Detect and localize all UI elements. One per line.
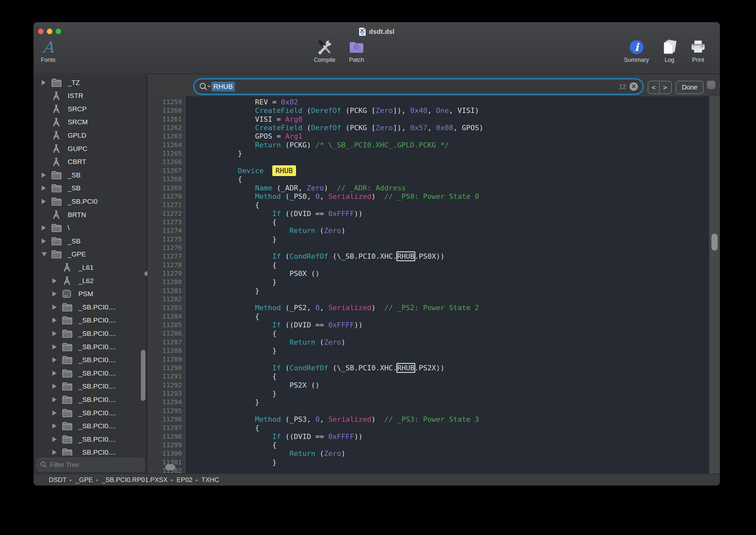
find-previous-button[interactable]: < bbox=[648, 82, 660, 93]
breadcrumb-item[interactable]: _SB.PCI0.RP01.PXSX bbox=[102, 476, 168, 484]
disclosure-down-icon[interactable] bbox=[41, 252, 47, 256]
line-number: 11288 bbox=[148, 346, 182, 355]
tree-item-_sbpci0[interactable]: _SB.PCI0.... bbox=[34, 340, 148, 353]
clear-search-icon[interactable]: ✕ bbox=[630, 82, 638, 91]
tree-item-gupc[interactable]: GUPC bbox=[34, 142, 148, 155]
tree-item-_sbpci0[interactable]: _SB.PCI0.... bbox=[34, 353, 148, 367]
tree-item-_sbpci0[interactable]: _SB.PCI0.... bbox=[34, 327, 148, 340]
tree-item-_l62[interactable]: _L62 bbox=[34, 274, 148, 287]
line-number: 11290 bbox=[148, 363, 182, 372]
tree-item-_sbpci0[interactable]: _SB.PCI0 bbox=[34, 195, 148, 208]
disclosure-right-icon[interactable] bbox=[52, 305, 57, 310]
disclosure-right-icon[interactable] bbox=[52, 410, 57, 415]
tree-item-_sbpci0[interactable]: _SB.PCI0.... bbox=[34, 366, 148, 380]
code-line: 11296 Method (_PS3, 0, Serialized) // _P… bbox=[148, 415, 709, 424]
code-text: Method (_PS0, 0, Serialized) // _PS0: Po… bbox=[186, 192, 479, 201]
tree-item-_sbpci0[interactable]: _SB.PCI0.... bbox=[34, 393, 148, 406]
search-input[interactable]: RHUB 12 ✕ bbox=[195, 79, 642, 94]
code-line: 11283 Method (_PS2, 0, Serialized) // _P… bbox=[148, 303, 709, 312]
search-icon[interactable] bbox=[199, 82, 211, 91]
disclosure-right-icon[interactable] bbox=[52, 318, 57, 323]
tree-item-label: _SB.PCI0.... bbox=[78, 343, 116, 351]
tree-item-_gpe[interactable]: _GPE bbox=[34, 248, 148, 261]
tree-item-_sb[interactable]: _SB bbox=[34, 234, 148, 248]
tree-item-_sbpci0[interactable]: _SB.PCI0.... bbox=[34, 300, 148, 314]
tree-item-label: _SB.PCI0.... bbox=[78, 409, 116, 417]
line-number: 11300 bbox=[148, 449, 182, 458]
breadcrumb-item[interactable]: DSDT bbox=[49, 476, 67, 484]
line-number: 11281 bbox=[148, 286, 182, 295]
find-next-button[interactable]: > bbox=[660, 82, 670, 93]
fonts-button[interactable]: AFonts bbox=[40, 39, 56, 64]
folder-icon bbox=[51, 250, 62, 258]
code-line: 11282 bbox=[148, 295, 709, 304]
summary-button[interactable]: iSummary bbox=[624, 39, 649, 64]
line-number: 11284 bbox=[148, 312, 182, 321]
tree-item-_sb[interactable]: _SB bbox=[34, 182, 148, 195]
replace-checkbox[interactable] bbox=[707, 81, 716, 89]
disclosure-right-icon[interactable] bbox=[41, 199, 46, 204]
code-line: 11266 bbox=[148, 157, 709, 166]
disclosure-right-icon[interactable] bbox=[41, 225, 46, 230]
code-line: 11292 PS2X () bbox=[148, 381, 709, 389]
code-line: 11294 } bbox=[148, 398, 709, 407]
tree-item-_tz[interactable]: _TZ bbox=[34, 76, 148, 89]
line-number: 11271 bbox=[148, 201, 182, 209]
tree-item-gpld[interactable]: GPLD bbox=[34, 128, 148, 142]
method-icon bbox=[51, 144, 61, 153]
code-text: } bbox=[186, 286, 259, 295]
line-number: 11285 bbox=[148, 321, 182, 329]
disclosure-right-icon[interactable] bbox=[52, 278, 57, 283]
disclosure-right-icon[interactable] bbox=[52, 331, 57, 336]
tree-item-label: _SB bbox=[68, 171, 81, 179]
tree-item-_sbpci0[interactable]: _SB.PCI0.... bbox=[34, 314, 148, 327]
compile-button[interactable]: Compile bbox=[314, 39, 336, 64]
horizontal-scrollbar-thumb[interactable] bbox=[165, 465, 176, 470]
code-text: Return (Zero) bbox=[186, 226, 345, 235]
disclosure-right-icon[interactable] bbox=[52, 397, 57, 402]
folder-icon bbox=[51, 171, 62, 179]
tree-item-psm[interactable]: PSM bbox=[34, 287, 148, 301]
tree-item-srcm[interactable]: SRCM bbox=[34, 116, 148, 129]
disclosure-right-icon[interactable] bbox=[52, 371, 57, 376]
tree-item-_l61[interactable]: _L61 bbox=[34, 261, 148, 274]
tree-item-_sb[interactable]: _SB bbox=[34, 168, 148, 182]
match-count: 12 bbox=[619, 83, 626, 91]
disclosure-right-icon[interactable] bbox=[52, 291, 57, 296]
disclosure-right-icon[interactable] bbox=[41, 173, 46, 178]
disclosure-right-icon[interactable] bbox=[41, 185, 46, 191]
tree-item-_sbpci0[interactable]: _SB.PCI0.... bbox=[34, 406, 148, 419]
disclosure-right-icon[interactable] bbox=[52, 384, 57, 389]
line-number: 11294 bbox=[148, 398, 182, 407]
disclosure-right-icon[interactable] bbox=[52, 423, 57, 429]
done-button[interactable]: Done bbox=[676, 81, 704, 94]
disclosure-right-icon[interactable] bbox=[41, 80, 46, 85]
breadcrumb-item[interactable]: TXHC bbox=[202, 476, 219, 484]
log-button[interactable]: Log bbox=[662, 39, 678, 64]
tree-item-_sbpci0[interactable]: _SB.PCI0.... bbox=[34, 380, 148, 393]
tree-item-_sbpci0[interactable]: _SB.PCI0.... bbox=[34, 433, 148, 446]
tree-item-istr[interactable]: ISTR bbox=[34, 89, 148, 102]
tree-item-brtn[interactable]: BRTN bbox=[34, 208, 148, 221]
tree-item-srcp[interactable]: SRCP bbox=[34, 102, 148, 116]
editor-scrollbar-thumb[interactable] bbox=[712, 234, 717, 251]
sidebar-scrollbar-thumb[interactable] bbox=[141, 350, 146, 401]
breadcrumb-item[interactable]: _GPE bbox=[75, 476, 93, 484]
disclosure-right-icon[interactable] bbox=[52, 437, 57, 442]
patch-button[interactable]: Patch bbox=[348, 39, 364, 64]
breadcrumb-item[interactable]: EP02 bbox=[176, 476, 193, 484]
code-text: { bbox=[186, 218, 277, 227]
code-line: 11270 Method (_PS0, 0, Serialized) // _P… bbox=[148, 192, 709, 201]
disclosure-right-icon[interactable] bbox=[52, 344, 57, 350]
tree-item-cbrt[interactable]: CBRT bbox=[34, 155, 148, 169]
print-button[interactable]: Print bbox=[690, 39, 706, 64]
code-line: 11299 { bbox=[148, 441, 709, 449]
disclosure-right-icon[interactable] bbox=[52, 357, 57, 362]
code-text: Return (PCKG) /* \_SB_.PCI0.XHC_.GPLD.PC… bbox=[186, 141, 449, 149]
tree-item-[interactable]: \ bbox=[34, 221, 148, 235]
disclosure-right-icon[interactable] bbox=[52, 450, 57, 455]
code-line: 11264 Return (PCKG) /* \_SB_.PCI0.XHC_.G… bbox=[148, 141, 709, 149]
filter-tree-input[interactable]: Filter Tree bbox=[37, 458, 145, 471]
disclosure-right-icon[interactable] bbox=[41, 239, 46, 244]
tree-item-_sbpci0[interactable]: _SB.PCI0.... bbox=[34, 419, 148, 433]
